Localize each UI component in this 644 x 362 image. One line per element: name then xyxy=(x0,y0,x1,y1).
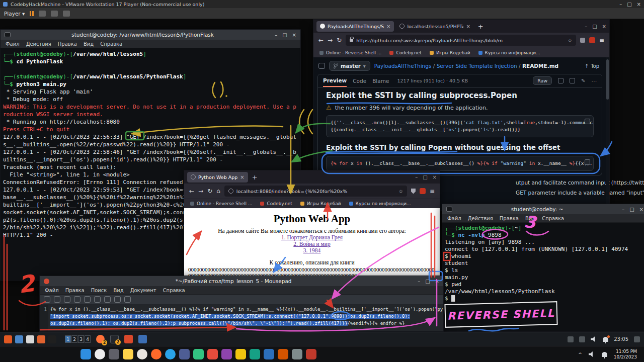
minimize-button[interactable]: – xyxy=(585,24,587,29)
bookmark-games[interactable]: Игры Кодебай xyxy=(300,201,341,206)
search-button[interactable] xyxy=(95,349,105,359)
terminal2-output[interactable]: ┌──(student@codeby)-[~]└─$ nc -nvlp 9898… xyxy=(442,223,644,331)
terminal2-titlebar[interactable]: student@codeby: ~ – □ × xyxy=(442,204,644,214)
menu-item-edit[interactable]: Правка xyxy=(500,216,519,221)
tray-icon[interactable] xyxy=(568,336,574,342)
tab-close-icon[interactable]: × xyxy=(240,174,244,180)
branch-selector[interactable]: master ▾ xyxy=(329,61,370,71)
book-link-3[interactable]: 3. 1984 xyxy=(188,247,436,253)
menu-item-search[interactable]: Поиск xyxy=(91,288,107,293)
book-link-2[interactable]: 2. Война и мир xyxy=(188,241,436,247)
new-file-icon[interactable] xyxy=(44,296,50,303)
tab-close-icon[interactable]: × xyxy=(386,24,390,29)
firefox-window-webapp[interactable]: Python Web App × + – □ × ← → ↻ ⌂ localho… xyxy=(184,170,440,282)
menu-item-actions[interactable]: Действия xyxy=(26,41,51,47)
volume-icon[interactable] xyxy=(589,351,595,357)
reload-icon[interactable]: ↻ xyxy=(207,188,212,195)
maximize-button[interactable]: □ xyxy=(425,279,430,284)
tray-icon[interactable] xyxy=(634,336,640,342)
browser-launcher-icon[interactable] xyxy=(37,335,45,343)
taskbar-app-icon[interactable] xyxy=(137,349,147,359)
adblock-icon[interactable] xyxy=(420,188,426,194)
taskbar-app-icon[interactable] xyxy=(207,349,218,359)
editor-text[interactable]: {% for x in ().__class__.__base__.__subc… xyxy=(48,305,443,331)
new-tab-button[interactable]: + xyxy=(250,173,260,181)
maximize-button[interactable]: □ xyxy=(627,2,631,7)
menu-item-view[interactable]: Вид xyxy=(113,288,123,293)
bookmark-star-icon[interactable]: ☆ xyxy=(568,38,572,43)
maximize-button[interactable]: □ xyxy=(282,32,287,38)
bookmark-games[interactable]: Игры Кодебай xyxy=(430,50,470,55)
menu-icon[interactable]: ≡ xyxy=(430,188,435,195)
taskbar-window-files[interactable] xyxy=(138,335,147,343)
new-tab-button[interactable]: + xyxy=(476,23,486,30)
download-icon[interactable] xyxy=(570,78,575,83)
bookmark-reverse-shell[interactable]: Online - Reverse Shell ... xyxy=(319,50,381,55)
forward-icon[interactable]: → xyxy=(198,188,203,195)
top-link[interactable]: ↑Top xyxy=(585,63,604,69)
fullscreen-button[interactable] xyxy=(63,11,70,17)
taskbar-app-icon[interactable] xyxy=(278,349,288,359)
menu-item-help[interactable]: Справка xyxy=(542,216,564,221)
taskbar-window-mousepad[interactable] xyxy=(124,335,133,343)
maximize-button[interactable]: □ xyxy=(592,24,597,29)
minimize-button[interactable]: – xyxy=(619,2,622,7)
file-tree-icon[interactable] xyxy=(318,63,325,69)
mousepad-editor[interactable]: 1 {% for x in ().__class__.__base__.__su… xyxy=(40,305,443,331)
undo-icon[interactable] xyxy=(74,296,80,303)
bookmark-courses[interactable]: Курсы по информаци... xyxy=(478,50,540,55)
vmware-titlebar[interactable]: CodebyHackMachine - VMware Workstation 1… xyxy=(0,0,644,8)
paste-icon[interactable] xyxy=(114,296,121,303)
extension-icon[interactable] xyxy=(580,38,585,43)
reload-icon[interactable]: ↻ xyxy=(337,37,342,44)
kebab-menu-icon[interactable]: ⋯ xyxy=(592,78,597,84)
taskbar-app-icon[interactable] xyxy=(306,349,316,359)
notifications-icon[interactable] xyxy=(602,352,607,357)
devices-button[interactable] xyxy=(51,11,58,17)
minimize-button[interactable]: – xyxy=(415,174,418,180)
breadcrumb-folder[interactable]: Server Side Template Injection xyxy=(437,63,517,69)
tray-chevron-icon[interactable]: ^ xyxy=(578,352,582,357)
maximize-button[interactable]: □ xyxy=(629,207,634,212)
tab-localhost-phptwig[interactable]: localhost/lesson5/PHPTwigI × xyxy=(396,21,473,32)
minimize-button[interactable]: – xyxy=(418,279,420,284)
taskbar-app-icon[interactable] xyxy=(235,349,246,359)
search-icon[interactable] xyxy=(124,296,131,303)
taskbar-app-icon[interactable] xyxy=(193,349,204,359)
cut-icon[interactable] xyxy=(94,296,101,303)
notifications-icon[interactable] xyxy=(603,337,608,342)
minimize-button[interactable]: – xyxy=(275,32,277,38)
close-button[interactable]: × xyxy=(602,24,606,29)
host-clock[interactable]: 11:05 PM 10/2/2023 xyxy=(614,349,637,360)
taskbar-app-icon[interactable] xyxy=(151,349,162,359)
bookmark-star-icon[interactable]: ☆ xyxy=(398,189,403,194)
tab-payloadsallthethings[interactable]: PayloadsAllTheThings/Se × xyxy=(316,21,394,32)
taskbar-app-icon[interactable] xyxy=(165,349,176,359)
taskbar-app-icon[interactable] xyxy=(179,349,190,359)
breadcrumb-repo[interactable]: PayloadsAllTheThings xyxy=(374,63,432,69)
vm-clock[interactable]: 23:05 xyxy=(614,336,628,342)
close-button[interactable]: × xyxy=(637,2,641,7)
copy-icon[interactable] xyxy=(585,159,590,165)
adblock-icon[interactable] xyxy=(589,37,595,43)
bookmark-reverse-shell[interactable]: Online - Reverse Shell ... xyxy=(190,201,252,206)
terminal-window-netcat[interactable]: student@codeby: ~ – □ × Файл Действия Пр… xyxy=(442,204,644,332)
taskbar-window-firefox[interactable]: 2 xyxy=(96,335,105,343)
save-icon[interactable] xyxy=(64,296,70,303)
menu-item-edit[interactable]: Правка xyxy=(58,41,77,47)
shield-icon[interactable] xyxy=(411,189,416,194)
start-button[interactable] xyxy=(80,349,91,359)
taskbar-app-icon[interactable] xyxy=(221,349,232,359)
menu-icon[interactable]: ≡ xyxy=(599,37,604,44)
readme-heading-popen-offset[interactable]: Exploit the SSTI by calling Popen withou… xyxy=(326,143,594,152)
tab-python-web-app[interactable]: Python Web App × xyxy=(187,172,248,183)
player-menu[interactable]: Player ▾ xyxy=(4,11,25,17)
workspace-switcher[interactable]: 1234 xyxy=(65,335,91,343)
terminal-launcher-icon[interactable] xyxy=(48,335,56,343)
menu-item-view[interactable]: Вид xyxy=(84,41,94,47)
close-button[interactable]: × xyxy=(292,32,296,38)
volume-icon[interactable] xyxy=(591,336,597,342)
tab-blame[interactable]: Blame xyxy=(372,78,389,84)
menu-item-document[interactable]: Документ xyxy=(130,288,156,293)
taskbar-app-icon[interactable] xyxy=(109,349,119,359)
